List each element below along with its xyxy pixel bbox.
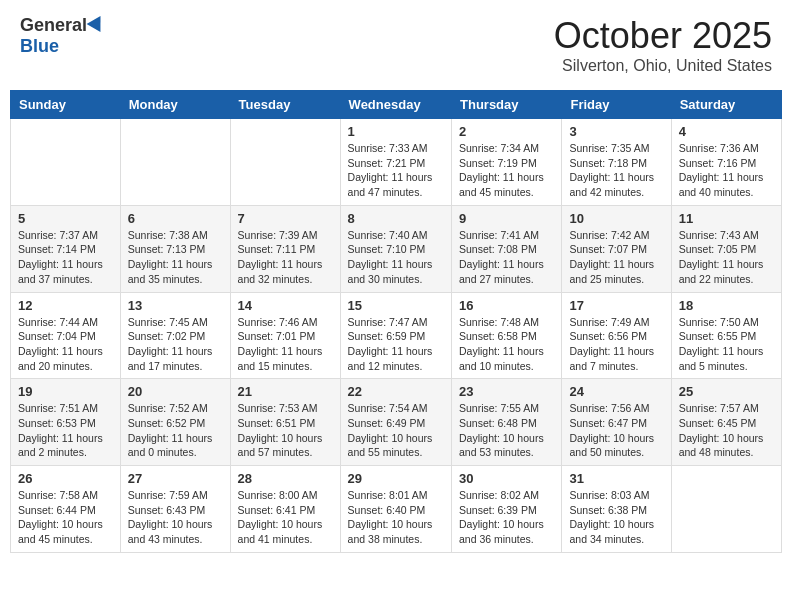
day-info: Sunrise: 7:42 AM Sunset: 7:07 PM Dayligh… [569, 228, 663, 287]
day-number: 9 [459, 211, 554, 226]
day-info: Sunrise: 8:00 AM Sunset: 6:41 PM Dayligh… [238, 488, 333, 547]
day-info: Sunrise: 8:01 AM Sunset: 6:40 PM Dayligh… [348, 488, 444, 547]
calendar-cell: 24Sunrise: 7:56 AM Sunset: 6:47 PM Dayli… [562, 379, 671, 466]
day-number: 4 [679, 124, 774, 139]
day-info: Sunrise: 7:59 AM Sunset: 6:43 PM Dayligh… [128, 488, 223, 547]
day-number: 17 [569, 298, 663, 313]
calendar-cell: 27Sunrise: 7:59 AM Sunset: 6:43 PM Dayli… [120, 466, 230, 553]
day-number: 20 [128, 384, 223, 399]
calendar-cell: 19Sunrise: 7:51 AM Sunset: 6:53 PM Dayli… [11, 379, 121, 466]
day-number: 18 [679, 298, 774, 313]
day-info: Sunrise: 7:54 AM Sunset: 6:49 PM Dayligh… [348, 401, 444, 460]
day-number: 23 [459, 384, 554, 399]
day-number: 2 [459, 124, 554, 139]
calendar-weekday-saturday: Saturday [671, 91, 781, 119]
day-info: Sunrise: 7:34 AM Sunset: 7:19 PM Dayligh… [459, 141, 554, 200]
day-info: Sunrise: 7:35 AM Sunset: 7:18 PM Dayligh… [569, 141, 663, 200]
calendar-cell: 31Sunrise: 8:03 AM Sunset: 6:38 PM Dayli… [562, 466, 671, 553]
calendar-weekday-sunday: Sunday [11, 91, 121, 119]
day-number: 5 [18, 211, 113, 226]
calendar-cell [120, 119, 230, 206]
calendar-cell [11, 119, 121, 206]
calendar-cell: 30Sunrise: 8:02 AM Sunset: 6:39 PM Dayli… [452, 466, 562, 553]
day-info: Sunrise: 7:41 AM Sunset: 7:08 PM Dayligh… [459, 228, 554, 287]
calendar-cell: 18Sunrise: 7:50 AM Sunset: 6:55 PM Dayli… [671, 292, 781, 379]
calendar-cell: 21Sunrise: 7:53 AM Sunset: 6:51 PM Dayli… [230, 379, 340, 466]
day-number: 13 [128, 298, 223, 313]
day-info: Sunrise: 7:43 AM Sunset: 7:05 PM Dayligh… [679, 228, 774, 287]
day-info: Sunrise: 7:37 AM Sunset: 7:14 PM Dayligh… [18, 228, 113, 287]
day-number: 27 [128, 471, 223, 486]
day-number: 26 [18, 471, 113, 486]
calendar-cell: 22Sunrise: 7:54 AM Sunset: 6:49 PM Dayli… [340, 379, 451, 466]
calendar-cell: 25Sunrise: 7:57 AM Sunset: 6:45 PM Dayli… [671, 379, 781, 466]
calendar-cell: 5Sunrise: 7:37 AM Sunset: 7:14 PM Daylig… [11, 205, 121, 292]
day-info: Sunrise: 7:38 AM Sunset: 7:13 PM Dayligh… [128, 228, 223, 287]
calendar-week-row: 26Sunrise: 7:58 AM Sunset: 6:44 PM Dayli… [11, 466, 782, 553]
calendar-cell: 9Sunrise: 7:41 AM Sunset: 7:08 PM Daylig… [452, 205, 562, 292]
day-info: Sunrise: 8:02 AM Sunset: 6:39 PM Dayligh… [459, 488, 554, 547]
day-number: 22 [348, 384, 444, 399]
logo-general-text: General [20, 15, 87, 36]
title-area: October 2025 Silverton, Ohio, United Sta… [554, 15, 772, 75]
day-info: Sunrise: 7:47 AM Sunset: 6:59 PM Dayligh… [348, 315, 444, 374]
calendar-cell: 7Sunrise: 7:39 AM Sunset: 7:11 PM Daylig… [230, 205, 340, 292]
day-info: Sunrise: 7:46 AM Sunset: 7:01 PM Dayligh… [238, 315, 333, 374]
calendar-cell: 6Sunrise: 7:38 AM Sunset: 7:13 PM Daylig… [120, 205, 230, 292]
calendar-weekday-monday: Monday [120, 91, 230, 119]
calendar-cell: 12Sunrise: 7:44 AM Sunset: 7:04 PM Dayli… [11, 292, 121, 379]
calendar-cell: 28Sunrise: 8:00 AM Sunset: 6:41 PM Dayli… [230, 466, 340, 553]
day-info: Sunrise: 7:56 AM Sunset: 6:47 PM Dayligh… [569, 401, 663, 460]
day-number: 19 [18, 384, 113, 399]
day-number: 3 [569, 124, 663, 139]
day-info: Sunrise: 7:57 AM Sunset: 6:45 PM Dayligh… [679, 401, 774, 460]
calendar-weekday-wednesday: Wednesday [340, 91, 451, 119]
day-number: 7 [238, 211, 333, 226]
calendar-header-row: SundayMondayTuesdayWednesdayThursdayFrid… [11, 91, 782, 119]
calendar-cell [671, 466, 781, 553]
calendar-week-row: 5Sunrise: 7:37 AM Sunset: 7:14 PM Daylig… [11, 205, 782, 292]
day-number: 11 [679, 211, 774, 226]
day-info: Sunrise: 7:48 AM Sunset: 6:58 PM Dayligh… [459, 315, 554, 374]
day-number: 30 [459, 471, 554, 486]
calendar-cell: 29Sunrise: 8:01 AM Sunset: 6:40 PM Dayli… [340, 466, 451, 553]
day-info: Sunrise: 7:45 AM Sunset: 7:02 PM Dayligh… [128, 315, 223, 374]
calendar-cell: 10Sunrise: 7:42 AM Sunset: 7:07 PM Dayli… [562, 205, 671, 292]
day-info: Sunrise: 7:44 AM Sunset: 7:04 PM Dayligh… [18, 315, 113, 374]
calendar-week-row: 12Sunrise: 7:44 AM Sunset: 7:04 PM Dayli… [11, 292, 782, 379]
day-number: 25 [679, 384, 774, 399]
day-number: 8 [348, 211, 444, 226]
calendar-weekday-friday: Friday [562, 91, 671, 119]
day-number: 21 [238, 384, 333, 399]
calendar-cell [230, 119, 340, 206]
month-title: October 2025 [554, 15, 772, 57]
day-number: 24 [569, 384, 663, 399]
calendar-weekday-tuesday: Tuesday [230, 91, 340, 119]
calendar-cell: 3Sunrise: 7:35 AM Sunset: 7:18 PM Daylig… [562, 119, 671, 206]
calendar-cell: 20Sunrise: 7:52 AM Sunset: 6:52 PM Dayli… [120, 379, 230, 466]
calendar-cell: 26Sunrise: 7:58 AM Sunset: 6:44 PM Dayli… [11, 466, 121, 553]
calendar-cell: 23Sunrise: 7:55 AM Sunset: 6:48 PM Dayli… [452, 379, 562, 466]
day-info: Sunrise: 7:55 AM Sunset: 6:48 PM Dayligh… [459, 401, 554, 460]
day-number: 31 [569, 471, 663, 486]
day-number: 10 [569, 211, 663, 226]
calendar-cell: 2Sunrise: 7:34 AM Sunset: 7:19 PM Daylig… [452, 119, 562, 206]
location-title: Silverton, Ohio, United States [554, 57, 772, 75]
calendar-cell: 4Sunrise: 7:36 AM Sunset: 7:16 PM Daylig… [671, 119, 781, 206]
calendar-cell: 15Sunrise: 7:47 AM Sunset: 6:59 PM Dayli… [340, 292, 451, 379]
day-number: 15 [348, 298, 444, 313]
day-info: Sunrise: 7:52 AM Sunset: 6:52 PM Dayligh… [128, 401, 223, 460]
day-info: Sunrise: 7:51 AM Sunset: 6:53 PM Dayligh… [18, 401, 113, 460]
calendar-cell: 13Sunrise: 7:45 AM Sunset: 7:02 PM Dayli… [120, 292, 230, 379]
day-info: Sunrise: 7:50 AM Sunset: 6:55 PM Dayligh… [679, 315, 774, 374]
day-info: Sunrise: 7:39 AM Sunset: 7:11 PM Dayligh… [238, 228, 333, 287]
calendar-week-row: 19Sunrise: 7:51 AM Sunset: 6:53 PM Dayli… [11, 379, 782, 466]
day-number: 28 [238, 471, 333, 486]
calendar-cell: 16Sunrise: 7:48 AM Sunset: 6:58 PM Dayli… [452, 292, 562, 379]
day-info: Sunrise: 7:33 AM Sunset: 7:21 PM Dayligh… [348, 141, 444, 200]
calendar-weekday-thursday: Thursday [452, 91, 562, 119]
day-number: 12 [18, 298, 113, 313]
logo-blue-text: Blue [20, 36, 59, 57]
calendar-table: SundayMondayTuesdayWednesdayThursdayFrid… [10, 90, 782, 553]
calendar-cell: 17Sunrise: 7:49 AM Sunset: 6:56 PM Dayli… [562, 292, 671, 379]
